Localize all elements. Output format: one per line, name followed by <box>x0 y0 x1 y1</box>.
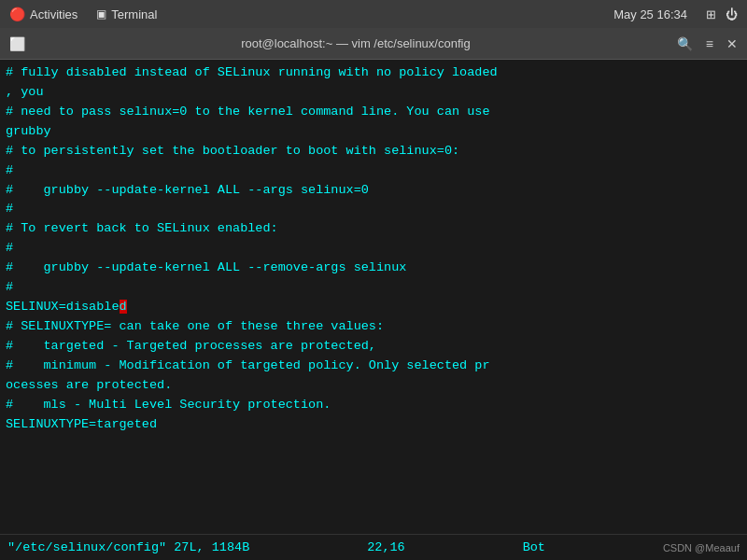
terminal-icon: ▣ <box>96 7 106 21</box>
terminal-label: Terminal <box>111 7 157 21</box>
cursor-position: 22,16 <box>367 540 405 554</box>
activities-button[interactable]: 🔴 Activities <box>9 7 78 21</box>
title-bar: ⬜ root@localhost:~ — vim /etc/selinux/co… <box>0 28 747 60</box>
window-title: root@localhost:~ — vim /etc/selinux/conf… <box>35 36 677 50</box>
activities-label: Activities <box>30 7 78 21</box>
terminal-button[interactable]: ▣ Terminal <box>96 7 157 21</box>
file-info: "/etc/selinux/config" 27L, 1184B <box>7 540 249 554</box>
search-icon[interactable]: 🔍 <box>677 36 693 51</box>
power-icon[interactable]: ⏻ <box>726 7 738 21</box>
terminal-content: # fully disabled instead of SELinux runn… <box>0 60 747 534</box>
watermark: CSDN @Meaauf <box>663 542 740 553</box>
scroll-position: Bot <box>523 540 545 554</box>
system-bar: 🔴 Activities ▣ Terminal May 25 16:34 ⊞ ⏻ <box>0 0 747 28</box>
window-controls: 🔍 ≡ ✕ <box>677 36 738 51</box>
cursor: d <box>120 300 127 314</box>
status-bar: "/etc/selinux/config" 27L, 1184B 22,16 B… <box>0 534 747 560</box>
fire-icon: 🔴 <box>9 7 25 21</box>
terminal-window-icon: ⬜ <box>9 36 25 51</box>
close-icon[interactable]: ✕ <box>726 36 738 51</box>
system-right-icons: ⊞ ⏻ <box>706 7 738 21</box>
menu-icon[interactable]: ≡ <box>706 36 713 51</box>
network-icon[interactable]: ⊞ <box>706 7 716 21</box>
clock: May 25 16:34 <box>613 7 687 21</box>
